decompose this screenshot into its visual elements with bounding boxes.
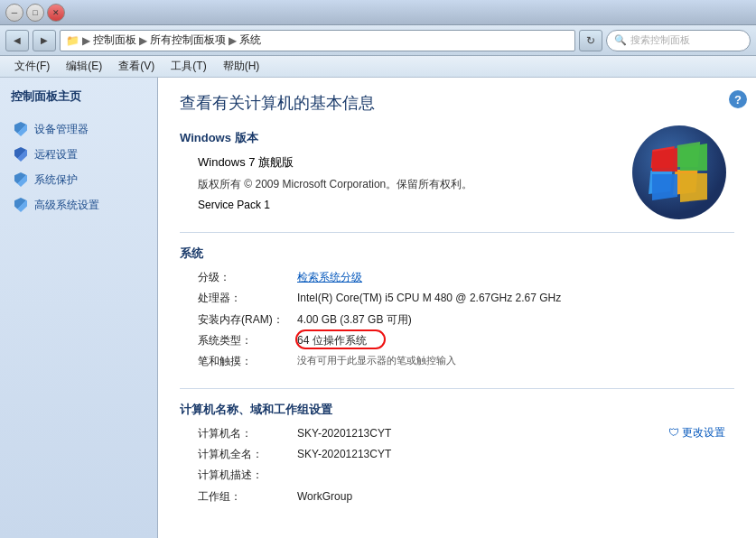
minimize-button[interactable]: ─	[5, 4, 23, 22]
address-path[interactable]: 📁 ▶ 控制面板 ▶ 所有控制面板项 ▶ 系统	[60, 30, 575, 51]
grade-value[interactable]: 检索系统分级	[297, 269, 734, 286]
address-bar: ◀ ▶ 📁 ▶ 控制面板 ▶ 所有控制面板项 ▶ 系统 ↻ 🔍 搜索控制面板	[0, 25, 756, 56]
menu-bar: 文件(F) 编辑(E) 查看(V) 工具(T) 帮助(H)	[0, 56, 756, 78]
main-area: 控制面板主页 设备管理器 远程设置 系统保护 高级系统设置	[0, 78, 756, 538]
system-row-pen: 笔和触摸： 没有可用于此显示器的笔或触控输入	[198, 353, 734, 370]
comp-workgroup-value: WorkGroup	[297, 488, 734, 506]
grade-label: 分级：	[198, 269, 297, 286]
search-box[interactable]: 🔍 搜索控制面板	[606, 30, 751, 51]
system-info-section: 分级： 检索系统分级 处理器： Intel(R) Core(TM) i5 CPU…	[180, 269, 734, 370]
comp-name-label: 计算机名：	[198, 425, 297, 442]
sidebar-item-device-manager[interactable]: 设备管理器	[7, 117, 150, 141]
comp-workgroup-label: 工作组：	[198, 488, 297, 506]
computer-section-header: 计算机名称、域和工作组设置	[180, 402, 734, 418]
system-row-cpu: 处理器： Intel(R) Core(TM) i5 CPU M 480 @ 2.…	[198, 290, 734, 307]
search-icon: 🔍	[614, 34, 627, 46]
cpu-value: Intel(R) Core(TM) i5 CPU M 480 @ 2.67GHz…	[297, 290, 734, 307]
sidebar: 控制面板主页 设备管理器 远程设置 系统保护 高级系统设置	[0, 78, 158, 538]
menu-help[interactable]: 帮助(H)	[216, 57, 267, 76]
system-protect-icon	[13, 172, 29, 188]
windows-edition: Windows 7 旗舰版	[198, 153, 294, 172]
ram-value: 4.00 GB (3.87 GB 可用)	[297, 311, 734, 329]
help-button[interactable]: ?	[729, 90, 747, 108]
ram-label: 安装内存(RAM)：	[198, 311, 297, 329]
type-value: 64 位操作系统	[297, 332, 734, 349]
maximize-button[interactable]: □	[26, 4, 44, 22]
refresh-button[interactable]: ↻	[579, 30, 602, 51]
search-placeholder: 搜索控制面板	[630, 33, 690, 47]
back-button[interactable]: ◀	[5, 30, 29, 51]
menu-file[interactable]: 文件(F)	[7, 57, 57, 76]
sidebar-item-system-protect[interactable]: 系统保护	[7, 168, 150, 191]
advanced-icon	[13, 197, 29, 213]
menu-tools[interactable]: 工具(T)	[163, 57, 213, 76]
pen-value: 没有可用于此显示器的笔或触控输入	[297, 353, 734, 370]
divider1	[180, 232, 734, 233]
computer-info-section: 🛡 更改设置 计算机名： SKY-20201213CYT 计算机全名： SKY-…	[180, 425, 734, 506]
path-icon: 📁	[66, 34, 79, 47]
sidebar-title: 控制面板主页	[7, 88, 150, 105]
comp-row-desc: 计算机描述：	[198, 467, 734, 484]
forward-button[interactable]: ▶	[33, 30, 56, 51]
menu-edit[interactable]: 编辑(E)	[59, 57, 109, 76]
sidebar-item-protect-label: 系统保护	[34, 172, 78, 188]
comp-fullname-value: SKY-20201213CYT	[297, 446, 734, 463]
divider2	[180, 388, 734, 389]
windows-copyright: 版权所有 © 2009 Microsoft Corporation。保留所有权利…	[198, 176, 472, 193]
change-settings-area: 🛡 更改设置	[668, 425, 725, 441]
remote-icon	[13, 146, 29, 162]
path-part2: 所有控制面板项	[150, 32, 226, 48]
sidebar-item-remote-label: 远程设置	[34, 147, 78, 162]
menu-view[interactable]: 查看(V)	[111, 57, 162, 76]
title-bar: ─ □ ✕	[0, 0, 756, 25]
sidebar-item-advanced-label: 高级系统设置	[34, 198, 99, 213]
path-part1: 控制面板	[93, 32, 136, 48]
service-pack-label: Service Pack 1	[198, 197, 270, 214]
sidebar-item-advanced[interactable]: 高级系统设置	[7, 193, 150, 217]
path-part3: 系统	[239, 32, 261, 48]
type-label: 系统类型：	[198, 332, 297, 349]
sidebar-item-device-label: 设备管理器	[34, 122, 89, 137]
system-row-ram: 安装内存(RAM)： 4.00 GB (3.87 GB 可用)	[198, 311, 734, 329]
cpu-label: 处理器：	[198, 290, 297, 307]
comp-row-name: 计算机名： SKY-20201213CYT	[198, 425, 734, 442]
windows-logo	[630, 123, 729, 222]
comp-desc-label: 计算机描述：	[198, 467, 297, 484]
comp-row-fullname: 计算机全名： SKY-20201213CYT	[198, 446, 734, 463]
system-row-type: 系统类型： 64 位操作系统	[198, 332, 734, 349]
comp-row-workgroup: 工作组： WorkGroup	[198, 488, 734, 506]
system-row-grade: 分级： 检索系统分级	[198, 269, 734, 286]
change-settings-button[interactable]: 🛡 更改设置	[668, 425, 725, 441]
system-section-header: 系统	[180, 246, 734, 262]
device-manager-icon	[13, 121, 29, 137]
page-title: 查看有关计算机的基本信息	[180, 92, 734, 114]
sidebar-item-remote[interactable]: 远程设置	[7, 143, 150, 166]
pen-label: 笔和触摸：	[198, 353, 297, 370]
close-button[interactable]: ✕	[47, 4, 65, 22]
content-area: ? 查看有关计算机的基本信息 Windows 版本 Windows 7 旗舰版 …	[158, 78, 756, 538]
window-controls: ─ □ ✕	[5, 4, 65, 22]
comp-fullname-label: 计算机全名：	[198, 446, 297, 463]
